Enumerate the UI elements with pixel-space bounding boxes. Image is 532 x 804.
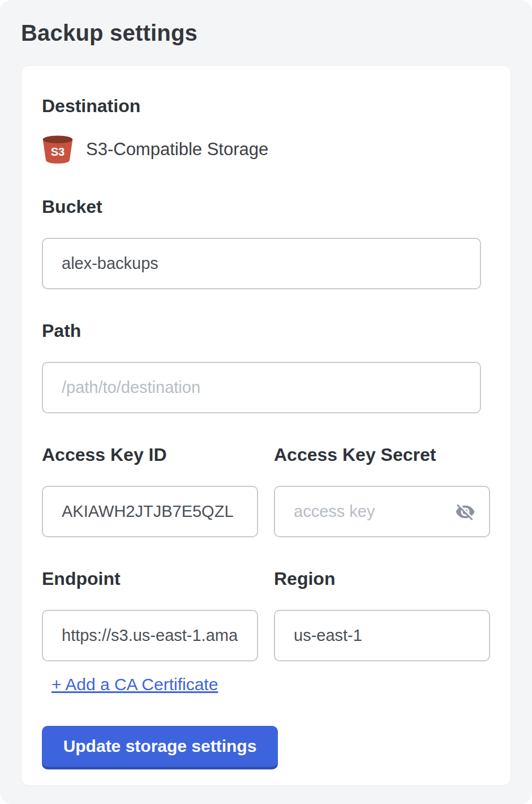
path-input[interactable] bbox=[42, 362, 481, 413]
bucket-input[interactable] bbox=[42, 238, 481, 289]
access-key-id-input[interactable] bbox=[42, 486, 258, 537]
bucket-label: Bucket bbox=[42, 197, 490, 216]
access-key-id-label: Access Key ID bbox=[42, 445, 258, 464]
path-label: Path bbox=[42, 321, 490, 340]
page-title: Backup settings bbox=[21, 20, 511, 46]
add-ca-certificate-link[interactable]: + Add a CA Certificate bbox=[52, 675, 218, 694]
access-key-secret-field bbox=[274, 486, 490, 537]
destination-value: S3-Compatible Storage bbox=[86, 139, 268, 160]
access-key-secret-label: Access Key Secret bbox=[274, 445, 490, 464]
access-key-labels-row: Access Key ID Access Key Secret bbox=[42, 445, 490, 464]
endpoint-label: Endpoint bbox=[42, 569, 258, 588]
endpoint-region-inputs-row bbox=[42, 610, 490, 661]
endpoint-input[interactable] bbox=[42, 610, 258, 661]
access-key-inputs-row bbox=[42, 486, 490, 537]
endpoint-region-labels-row: Endpoint Region bbox=[42, 569, 490, 588]
update-storage-settings-button[interactable]: Update storage settings bbox=[42, 726, 278, 767]
s3-bucket-icon: S3 bbox=[42, 135, 74, 164]
region-label: Region bbox=[274, 569, 490, 588]
svg-text:S3: S3 bbox=[51, 146, 65, 158]
destination-value-row: S3 S3-Compatible Storage bbox=[42, 134, 490, 165]
destination-label: Destination bbox=[42, 96, 490, 116]
eye-off-icon[interactable] bbox=[455, 502, 475, 522]
region-input[interactable] bbox=[274, 610, 490, 661]
storage-settings-card: Destination S3 S3-Compatible Storage Buc… bbox=[21, 65, 511, 786]
backup-settings-page: Backup settings Destination S3 S3-Compat… bbox=[0, 0, 532, 804]
